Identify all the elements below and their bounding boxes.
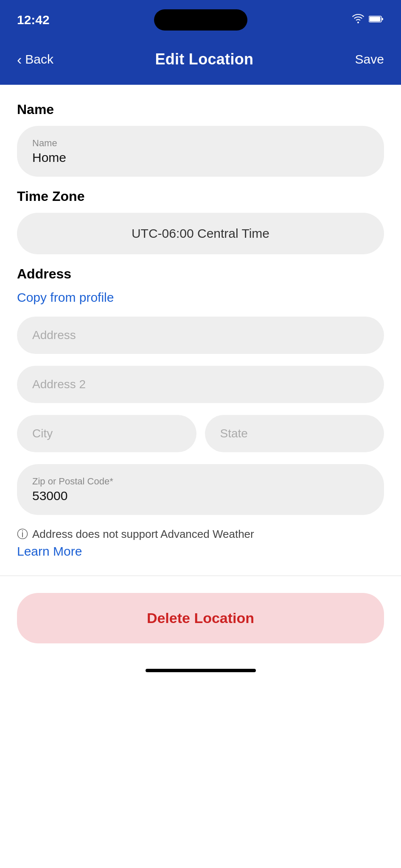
city-state-row: City State — [17, 415, 384, 452]
status-time: 12:42 — [17, 13, 50, 27]
main-content: Name Name Home Time Zone UTC-06:00 Centr… — [0, 85, 401, 559]
zip-input[interactable]: Zip or Postal Code* 53000 — [17, 464, 384, 515]
timezone-value: UTC-06:00 Central Time — [132, 226, 269, 240]
learn-more-link[interactable]: Learn More — [17, 544, 384, 559]
name-field-label: Name — [32, 138, 369, 149]
back-chevron-icon: ‹ — [17, 52, 22, 67]
warning-section: ⓘ Address does not support Advanced Weat… — [17, 527, 384, 559]
status-icons — [352, 14, 384, 26]
name-field-value: Home — [32, 150, 369, 165]
save-button[interactable]: Save — [355, 52, 384, 67]
name-input[interactable]: Name Home — [17, 126, 384, 177]
delete-location-button[interactable]: Delete Location — [17, 593, 384, 643]
state-placeholder: State — [220, 427, 248, 440]
name-section-label: Name — [17, 102, 384, 117]
city-input[interactable]: City — [17, 415, 196, 452]
address-input[interactable]: Address — [17, 317, 384, 354]
back-label: Back — [25, 52, 53, 67]
timezone-field[interactable]: UTC-06:00 Central Time — [17, 213, 384, 254]
divider — [0, 576, 401, 576]
zip-field-label: Zip or Postal Code* — [32, 476, 369, 487]
copy-from-profile-link[interactable]: Copy from profile — [17, 290, 384, 305]
zip-field-value: 53000 — [32, 489, 369, 503]
page-title: Edit Location — [155, 50, 253, 68]
warning-message: Address does not support Advanced Weathe… — [32, 528, 254, 541]
delete-section: Delete Location — [0, 593, 401, 660]
dynamic-island — [154, 9, 247, 31]
address2-input[interactable]: Address 2 — [17, 366, 384, 403]
warning-text: ⓘ Address does not support Advanced Weat… — [17, 527, 384, 542]
home-indicator — [0, 660, 401, 685]
svg-rect-1 — [369, 17, 380, 22]
warning-icon: ⓘ — [17, 527, 28, 542]
timezone-section-label: Time Zone — [17, 189, 384, 204]
wifi-icon — [352, 14, 365, 26]
home-indicator-bar — [146, 669, 256, 672]
back-button[interactable]: ‹ Back — [17, 52, 53, 67]
city-placeholder: City — [32, 427, 53, 440]
state-input[interactable]: State — [205, 415, 384, 452]
status-bar: 12:42 — [0, 0, 401, 38]
address-placeholder: Address — [32, 328, 76, 342]
battery-icon — [369, 14, 384, 25]
address2-placeholder: Address 2 — [32, 378, 86, 391]
nav-bar: ‹ Back Edit Location Save — [0, 38, 401, 85]
address-section-label: Address — [17, 266, 384, 282]
